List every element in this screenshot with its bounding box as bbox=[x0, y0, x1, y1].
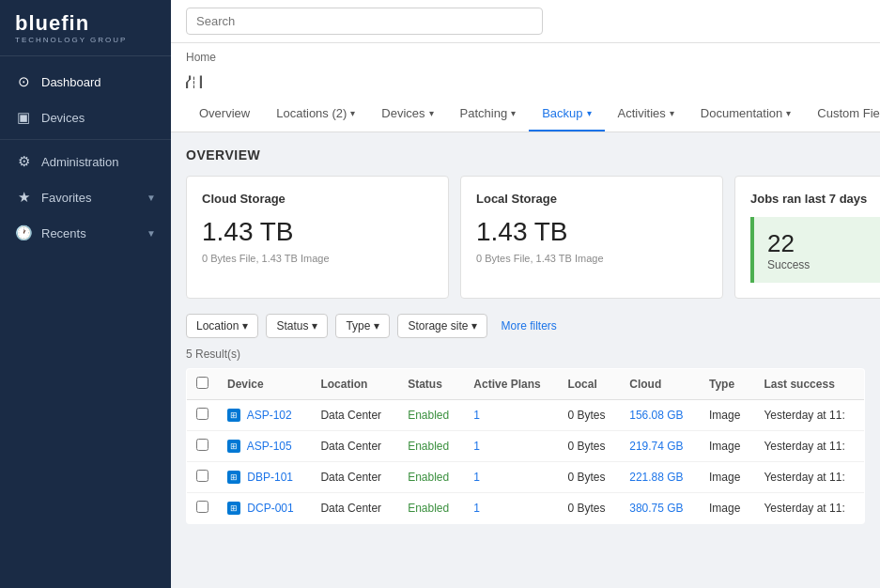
row-location: Data Center bbox=[311, 400, 398, 431]
page-title: OVERVIEW bbox=[186, 147, 865, 162]
row-status: Enabled bbox=[398, 493, 464, 524]
row-checkbox[interactable] bbox=[196, 408, 208, 420]
row-local: 0 Bytes bbox=[558, 400, 620, 431]
network-icon-area: ⛙ bbox=[186, 70, 865, 97]
success-label: Success bbox=[767, 258, 880, 271]
row-checkbox[interactable] bbox=[196, 470, 208, 482]
chevron-down-icon: ▼ bbox=[147, 193, 156, 203]
row-location: Data Center bbox=[311, 493, 398, 524]
devices-icon: ▣ bbox=[15, 109, 32, 126]
plan-link[interactable]: 1 bbox=[473, 440, 480, 453]
chevron-down-icon: ▾ bbox=[429, 108, 434, 118]
row-type: Image bbox=[700, 400, 754, 431]
tab-patching[interactable]: Patching ▾ bbox=[447, 97, 530, 132]
local-storage-card: Local Storage 1.43 TB 0 Bytes File, 1.43… bbox=[460, 176, 723, 299]
row-device: ⊞ DCP-001 bbox=[218, 493, 311, 524]
breadcrumb: Home bbox=[186, 47, 865, 68]
device-link[interactable]: ASP-102 bbox=[247, 409, 292, 422]
tab-documentation[interactable]: Documentation ▾ bbox=[687, 97, 804, 132]
row-status: Enabled bbox=[398, 400, 464, 431]
th-cloud: Cloud bbox=[620, 369, 700, 400]
breadcrumb-home[interactable]: Home bbox=[186, 51, 216, 64]
table-body: ⊞ ASP-102 Data Center Enabled 1 0 Bytes … bbox=[187, 400, 865, 524]
row-local: 0 Bytes bbox=[558, 493, 620, 524]
results-count: 5 Result(s) bbox=[186, 348, 865, 361]
search-input[interactable] bbox=[186, 8, 543, 35]
filters-row: Location ▾ Status ▾ Type ▾ Storage site … bbox=[186, 314, 865, 338]
table-header-row: Device Location Status Active Plans Loca… bbox=[187, 369, 865, 400]
sidebar-item-recents[interactable]: 🕐 Recents ▼ bbox=[0, 215, 171, 251]
dashboard-icon: ⊙ bbox=[15, 73, 32, 90]
row-type: Image bbox=[700, 431, 754, 462]
cloud-storage-sub: 0 Bytes File, 1.43 TB Image bbox=[202, 253, 433, 264]
sidebar-item-dashboard[interactable]: ⊙ Dashboard bbox=[0, 64, 171, 100]
cloud-storage-value: 1.43 TB bbox=[202, 217, 433, 247]
tab-devices[interactable]: Devices ▾ bbox=[368, 97, 446, 132]
jobs-stats: 22 Success 11 Completed with Warnings bbox=[750, 217, 880, 283]
row-active-plans: 1 bbox=[464, 493, 558, 524]
row-checkbox-cell bbox=[187, 400, 219, 431]
logo-sub: TECHNOLOGY GROUP bbox=[15, 36, 156, 44]
more-filters-button[interactable]: More filters bbox=[495, 315, 562, 337]
th-local: Local bbox=[558, 369, 620, 400]
sidebar-item-label: Administration bbox=[41, 155, 156, 169]
backup-table: Device Location Status Active Plans Loca… bbox=[186, 368, 865, 524]
tab-activities[interactable]: Activities ▾ bbox=[605, 97, 687, 132]
tab-locations[interactable]: Locations (2) ▾ bbox=[263, 97, 368, 132]
row-location: Data Center bbox=[311, 462, 398, 493]
row-location: Data Center bbox=[311, 431, 398, 462]
device-link[interactable]: DBP-101 bbox=[247, 471, 293, 484]
filter-storage-site[interactable]: Storage site ▾ bbox=[397, 314, 487, 338]
row-active-plans: 1 bbox=[464, 400, 558, 431]
filter-status[interactable]: Status ▾ bbox=[266, 314, 328, 338]
th-last-success: Last success bbox=[754, 369, 864, 400]
status-badge: Enabled bbox=[408, 471, 449, 484]
recents-icon: 🕐 bbox=[15, 224, 32, 241]
chevron-down-icon: ▾ bbox=[312, 319, 317, 333]
filter-location[interactable]: Location ▾ bbox=[186, 314, 258, 338]
local-storage-sub: 0 Bytes File, 1.43 TB Image bbox=[476, 253, 707, 264]
success-count: 22 bbox=[767, 229, 880, 258]
os-icon: ⊞ bbox=[227, 440, 240, 453]
sidebar-item-administration[interactable]: ⚙ Administration bbox=[0, 144, 171, 179]
plan-link[interactable]: 1 bbox=[473, 409, 480, 422]
sidebar-item-favorites[interactable]: ★ Favorites ▼ bbox=[0, 179, 171, 215]
sidebar-nav: ⊙ Dashboard ▣ Devices ⚙ Administration ★… bbox=[0, 56, 171, 588]
device-link[interactable]: ASP-105 bbox=[247, 440, 292, 453]
tab-overview[interactable]: Overview bbox=[186, 97, 263, 132]
row-device: ⊞ ASP-105 bbox=[218, 431, 311, 462]
chevron-down-icon: ▾ bbox=[511, 108, 516, 118]
table-row: ⊞ DCP-001 Data Center Enabled 1 0 Bytes … bbox=[187, 493, 865, 524]
tab-custom-fields[interactable]: Custom Fields bbox=[804, 97, 880, 132]
overview-cards: Cloud Storage 1.43 TB 0 Bytes File, 1.43… bbox=[186, 176, 865, 299]
table-row: ⊞ ASP-105 Data Center Enabled 1 0 Bytes … bbox=[187, 431, 865, 462]
plan-link[interactable]: 1 bbox=[473, 471, 480, 484]
chevron-down-icon: ▾ bbox=[587, 108, 592, 118]
chevron-down-icon: ▾ bbox=[471, 319, 477, 333]
th-active-plans: Active Plans bbox=[464, 369, 558, 400]
sidebar-item-label: Recents bbox=[41, 226, 137, 240]
sidebar-item-devices[interactable]: ▣ Devices bbox=[0, 100, 171, 135]
job-success-stat: 22 Success bbox=[750, 217, 880, 283]
os-icon: ⊞ bbox=[227, 409, 240, 422]
row-checkbox[interactable] bbox=[196, 501, 208, 513]
sidebar: bluefin TECHNOLOGY GROUP ⊙ Dashboard ▣ D… bbox=[0, 0, 171, 588]
row-status: Enabled bbox=[398, 431, 464, 462]
row-checkbox-cell bbox=[187, 431, 219, 462]
row-last-success: Yesterday at 11: bbox=[754, 493, 864, 524]
jobs-card: Jobs ran last 7 days 22 Success 11 Compl… bbox=[734, 176, 880, 299]
device-link[interactable]: DCP-001 bbox=[247, 502, 293, 515]
th-device: Device bbox=[218, 369, 311, 400]
row-checkbox[interactable] bbox=[196, 439, 208, 451]
network-topology-icon: ⛙ bbox=[186, 73, 203, 93]
tab-backup[interactable]: Backup ▾ bbox=[529, 97, 604, 132]
sidebar-item-label: Favorites bbox=[41, 191, 137, 205]
row-last-success: Yesterday at 11: bbox=[754, 431, 864, 462]
status-badge: Enabled bbox=[408, 440, 449, 453]
row-cloud: 380.75 GB bbox=[620, 493, 700, 524]
select-all-checkbox[interactable] bbox=[196, 377, 208, 389]
breadcrumb-bar: Home ⛙ bbox=[171, 43, 880, 97]
chevron-down-icon: ▼ bbox=[147, 228, 156, 239]
filter-type[interactable]: Type ▾ bbox=[335, 314, 390, 338]
plan-link[interactable]: 1 bbox=[473, 502, 480, 515]
